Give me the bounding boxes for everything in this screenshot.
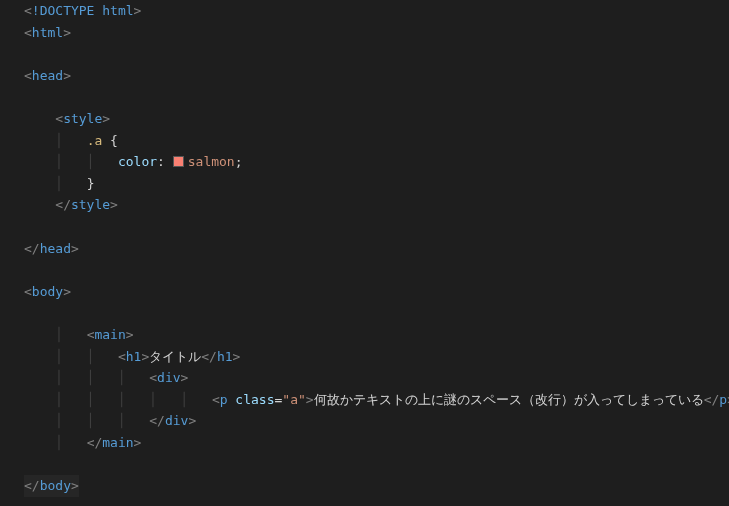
code-line: │ } bbox=[24, 173, 705, 195]
code-line bbox=[24, 259, 705, 281]
code-line: │ .a { bbox=[24, 130, 705, 152]
code-line: <body> bbox=[24, 281, 705, 303]
code-line: </style> bbox=[24, 194, 705, 216]
code-line bbox=[24, 453, 705, 475]
code-line: │ │ │ │ │ <p class="a">何故かテキストの上に謎のスペース（… bbox=[24, 389, 705, 411]
code-line bbox=[24, 43, 705, 65]
code-line: │ │ │ <div> bbox=[24, 367, 705, 389]
code-line-active: </body> bbox=[24, 475, 705, 497]
code-line: │ │ │ </div> bbox=[24, 410, 705, 432]
code-line: │ │ <h1>タイトル</h1> bbox=[24, 346, 705, 368]
code-editor[interactable]: <!DOCTYPE html> <html> <head> <style> │ … bbox=[0, 0, 729, 497]
code-line: </head> bbox=[24, 238, 705, 260]
color-swatch-icon bbox=[173, 156, 184, 167]
code-line: <!DOCTYPE html> bbox=[24, 0, 705, 22]
code-line: <html> bbox=[24, 22, 705, 44]
code-line bbox=[24, 86, 705, 108]
code-line: <style> bbox=[24, 108, 705, 130]
code-line bbox=[24, 302, 705, 324]
code-line: │ │ color: salmon; bbox=[24, 151, 705, 173]
code-line: │ </main> bbox=[24, 432, 705, 454]
code-line: <head> bbox=[24, 65, 705, 87]
code-line: │ <main> bbox=[24, 324, 705, 346]
code-line bbox=[24, 216, 705, 238]
